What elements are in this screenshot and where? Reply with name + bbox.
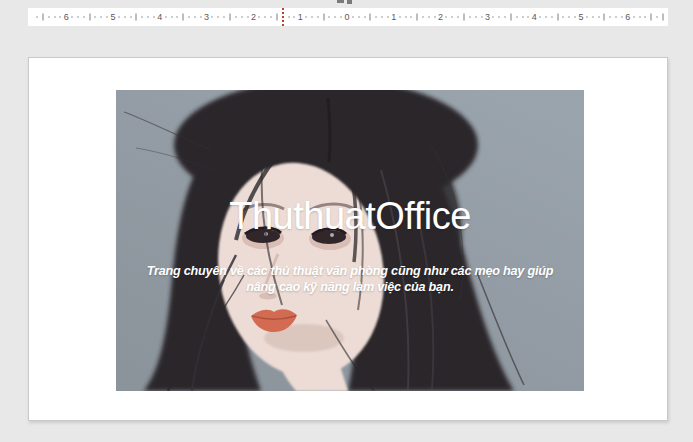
ruler-guide-line [282, 8, 284, 26]
document-page[interactable]: ThuthuatOffice Trang chuyên về các thủ t… [28, 57, 668, 421]
document-canvas: ThuthuatOffice Trang chuyên về các thủ t… [0, 26, 693, 442]
portrait-photo [116, 90, 584, 391]
hero-image[interactable]: ThuthuatOffice Trang chuyên về các thủ t… [116, 90, 584, 391]
ribbon-remnant-icon [347, 0, 352, 4]
ribbon-bottom-edge [0, 0, 693, 8]
ribbon-remnant-icon [337, 0, 344, 3]
horizontal-ruler[interactable]: 6543210123456 [28, 8, 668, 26]
